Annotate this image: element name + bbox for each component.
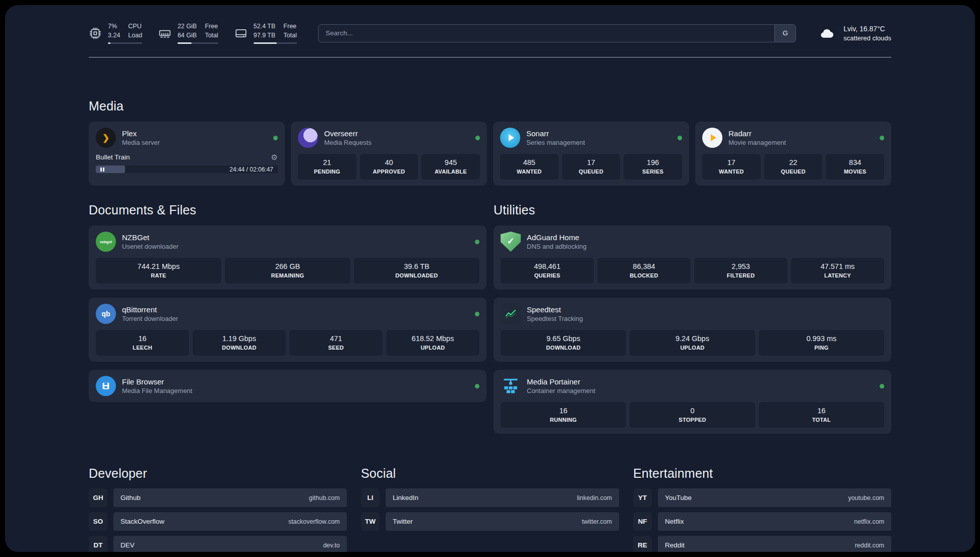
stat-stopped: 0 STOPPED	[630, 402, 755, 428]
status-dot	[273, 136, 278, 140]
app-name: Media Portainer	[527, 377, 595, 386]
app-subtitle: Media File Management	[122, 387, 192, 395]
playback-progress-bar[interactable]: 24:44 / 02:06:47	[96, 165, 278, 173]
app-subtitle: Movie management	[728, 139, 786, 146]
stat-filtered: 2,953 FILTERED	[694, 258, 787, 284]
section-title-media: Media	[89, 99, 891, 114]
gear-icon[interactable]	[271, 153, 278, 161]
app-card-portainer[interactable]: Media Portainer Container management 16 …	[494, 370, 891, 434]
section-title-developer: Developer	[89, 466, 347, 481]
bookmark-twitter[interactable]: TW Twitter twitter.com	[361, 512, 619, 531]
stat-available: 945 AVAILABLE	[421, 154, 480, 180]
bookmark-netflix[interactable]: NF Netflix netflix.com	[633, 512, 891, 531]
pause-icon[interactable]	[100, 168, 104, 172]
memory-total-label: Total	[205, 31, 218, 40]
stat-upload: 9.24 Gbps UPLOAD	[630, 330, 755, 356]
stat-latency: 47.571 ms LATENCY	[791, 258, 884, 284]
app-name: Radarr	[728, 129, 786, 138]
status-dot	[880, 384, 884, 388]
bookmark-reddit[interactable]: RE Reddit reddit.com	[633, 536, 891, 552]
plex-now-playing: Bullet Train 24:44 / 02:06:47	[96, 153, 278, 173]
stat-upload: 618.52 Mbps UPLOAD	[386, 330, 479, 356]
app-card-nzbget[interactable]: nzbget NZBGet Usenet downloader 744.21 M…	[89, 226, 486, 290]
stat-pending: 21 PENDING	[298, 154, 356, 180]
storage-free-value: 52.4 TB	[254, 22, 276, 31]
bookmark-url: twitter.com	[582, 518, 612, 525]
memory-usage-bar	[177, 42, 218, 44]
qbittorrent-icon: qb	[96, 304, 116, 324]
app-subtitle: Media server	[122, 139, 160, 146]
search-bar: G	[318, 24, 797, 42]
app-card-filebrowser[interactable]: File Browser Media File Management	[89, 370, 486, 402]
app-card-sonarr[interactable]: Sonarr Series management 485 WANTED 17 Q…	[493, 122, 689, 186]
stat-queued: 22 QUEUED	[764, 154, 823, 180]
section-entertainment: Entertainment YT YouTube youtube.com NF …	[633, 466, 891, 552]
system-stats: 7% 3.24 CPU Load	[89, 22, 297, 44]
twitter-icon: TW	[361, 512, 380, 531]
stat-download: 1.19 Gbps DOWNLOAD	[193, 330, 286, 356]
bookmark-stackoverflow[interactable]: SO StackOverflow stackoverflow.com	[89, 512, 347, 531]
section-media: Media Plex Media server Bullet Train	[89, 99, 891, 186]
app-subtitle: Speedtest Tracking	[527, 315, 583, 322]
filebrowser-icon	[96, 376, 116, 396]
memory-widget: 22 GiB 64 GiB Free Total	[158, 22, 218, 44]
section-files: Documents & Files nzbget NZBGet Usenet d…	[89, 203, 486, 402]
stat-downloaded: 39.6 TB DOWNLOADED	[354, 258, 479, 284]
bookmark-github[interactable]: GH Github github.com	[89, 488, 347, 507]
weather-location: Lviv, 16.87°C	[843, 25, 891, 33]
stackoverflow-icon: SO	[89, 512, 107, 531]
section-title-files: Documents & Files	[89, 203, 486, 217]
stat-queued: 17 QUEUED	[562, 154, 621, 180]
stat-rate: 744.21 Mbps RATE	[96, 258, 221, 284]
dashboard-root: 7% 3.24 CPU Load	[5, 5, 975, 552]
app-name: Sonarr	[526, 129, 585, 138]
storage-total-value: 97.9 TB	[254, 31, 276, 40]
search-input[interactable]	[318, 24, 797, 42]
bookmark-youtube[interactable]: YT YouTube youtube.com	[633, 488, 891, 507]
app-card-speedtest[interactable]: Speedtest Speedtest Tracking 9.65 Gbps D…	[494, 298, 891, 362]
stat-series: 196 SERIES	[624, 154, 682, 180]
bookmark-linkedin[interactable]: LI LinkedIn linkedin.com	[361, 488, 619, 507]
memory-total-value: 64 GiB	[177, 31, 197, 40]
nzbget-icon: nzbget	[96, 232, 116, 252]
stat-blocked: 86,384 BLOCKED	[597, 258, 691, 284]
app-card-adguard[interactable]: AdGuard Home DNS and adblocking 498,461 …	[494, 226, 891, 290]
app-name: Speedtest	[527, 305, 583, 314]
plex-icon	[96, 128, 116, 148]
app-name: Plex	[122, 129, 160, 138]
cpu-icon	[89, 27, 102, 40]
app-card-qbittorrent[interactable]: qb qBittorrent Torrent downloader 16 LEE…	[89, 298, 486, 362]
memory-icon	[158, 27, 171, 40]
storage-usage-bar	[254, 42, 297, 44]
app-card-overseerr[interactable]: Overseerr Media Requests 21 PENDING 40 A…	[291, 122, 487, 186]
bookmark-dev[interactable]: DT DEV dev.to	[89, 536, 347, 552]
status-dot	[880, 136, 884, 140]
youtube-icon: YT	[633, 488, 652, 507]
storage-free-label: Free	[283, 22, 296, 31]
section-title-utilities: Utilities	[494, 203, 891, 217]
weather-widget[interactable]: Lviv, 16.87°C scattered clouds	[819, 25, 891, 42]
media-grid: Plex Media server Bullet Train 24:44	[89, 122, 891, 186]
stat-leech: 16 LEECH	[96, 330, 189, 356]
adguard-icon	[501, 232, 521, 252]
stat-remaining: 266 GB REMAINING	[225, 258, 350, 284]
app-card-plex[interactable]: Plex Media server Bullet Train 24:44	[89, 122, 285, 186]
stat-seed: 471 SEED	[289, 330, 383, 356]
memory-free-value: 22 GiB	[177, 22, 197, 31]
storage-total-label: Total	[283, 31, 296, 40]
stat-total: 16 TOTAL	[759, 402, 884, 428]
app-name: Overseerr	[324, 129, 372, 138]
cpu-percent: 7%	[108, 22, 120, 31]
netflix-icon: NF	[633, 512, 652, 531]
stat-wanted: 485 WANTED	[500, 154, 559, 180]
memory-free-label: Free	[205, 22, 218, 31]
status-dot	[475, 240, 479, 244]
cloud-icon	[819, 26, 837, 41]
section-title-entertainment: Entertainment	[633, 466, 891, 481]
stat-running: 16 RUNNING	[501, 402, 626, 428]
github-icon: GH	[89, 488, 107, 507]
app-subtitle: Container management	[527, 387, 595, 395]
search-engine-button[interactable]: G	[774, 25, 795, 42]
stat-ping: 0.993 ms PING	[759, 330, 884, 356]
app-card-radarr[interactable]: Radarr Movie management 17 WANTED 22 QUE…	[695, 122, 891, 186]
